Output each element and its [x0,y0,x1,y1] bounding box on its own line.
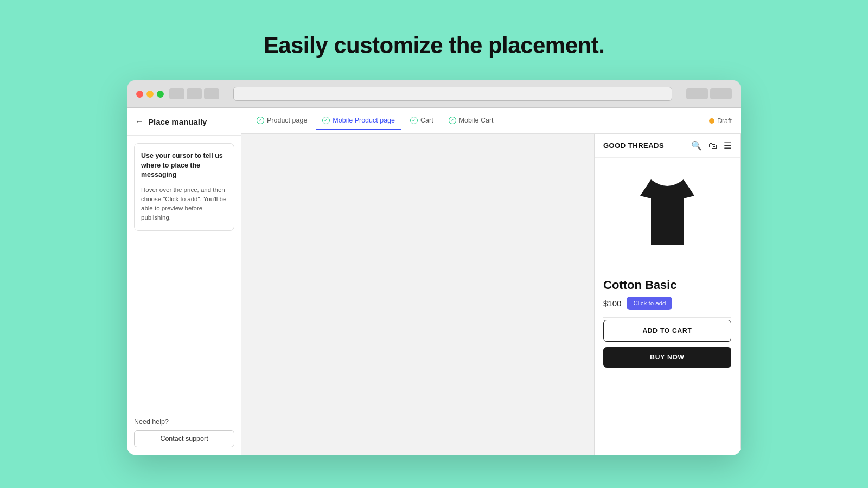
back-arrow-icon[interactable]: ← [135,117,144,126]
phone-mockup: GOOD THREADS 🔍 🛍 ☰ [594,134,741,455]
menu-icon[interactable]: ☰ [724,140,731,151]
instruction-body: Hover over the price, and then choose "C… [141,185,227,223]
preview-area: GOOD THREADS 🔍 🛍 ☰ [241,134,741,455]
phone-icons: 🔍 🛍 ☰ [691,140,731,151]
browser-action-1[interactable] [686,88,708,99]
tab-cart[interactable]: ✓ Cart [404,112,440,130]
draft-label: Draft [717,117,732,125]
traffic-light-red[interactable] [136,91,143,98]
tab-label-product-page: Product page [267,117,307,124]
app-body: ← Place manually Use your cursor to tell… [127,108,741,455]
browser-window: ← Place manually Use your cursor to tell… [127,80,741,455]
need-help-label: Need help? [134,418,234,426]
tabs-left: ✓ Product page ✓ Mobile Product page ✓ C… [250,112,500,129]
price-row: $100 Click to add [603,297,731,310]
product-image-area [595,158,740,272]
product-name: Cotton Basic [603,278,731,292]
left-preview-panel [241,134,594,455]
phone-header: GOOD THREADS 🔍 🛍 ☰ [595,134,740,158]
nav-refresh-btn[interactable] [204,88,219,99]
browser-actions [686,88,732,99]
click-to-add-tooltip[interactable]: Click to add [627,297,672,310]
browser-action-2[interactable] [710,88,732,99]
store-name: GOOD THREADS [603,142,664,150]
content-area: ✓ Product page ✓ Mobile Product page ✓ C… [241,108,741,455]
tab-label-mobile-cart: Mobile Cart [459,117,494,124]
sidebar-bottom: Need help? Contact support [127,410,241,455]
tabs-bar: ✓ Product page ✓ Mobile Product page ✓ C… [241,108,741,134]
add-to-cart-button[interactable]: ADD TO CART [603,320,731,342]
tab-check-mobile-product-page: ✓ [322,117,330,124]
draft-dot-icon [709,118,714,124]
tab-check-product-page: ✓ [257,117,264,124]
sidebar-title: Place manually [148,117,207,126]
draft-badge: Draft [709,117,732,125]
buy-now-button[interactable]: BUY NOW [603,347,731,368]
price-divider [603,317,731,318]
tab-label-cart: Cart [420,117,433,124]
tab-label-mobile-product-page: Mobile Product page [333,117,395,124]
tab-mobile-cart[interactable]: ✓ Mobile Cart [442,112,500,130]
browser-chrome [127,80,741,108]
cart-icon[interactable]: 🛍 [709,141,717,151]
product-info: Cotton Basic $100 Click to add [595,272,740,317]
tab-check-mobile-cart: ✓ [449,117,456,124]
traffic-lights [136,91,164,98]
product-price: $100 [603,299,621,308]
traffic-light-green[interactable] [157,91,164,98]
sidebar-header: ← Place manually [127,108,241,136]
nav-back-btn[interactable] [169,88,184,99]
traffic-light-yellow[interactable] [146,91,154,98]
tab-mobile-product-page[interactable]: ✓ Mobile Product page [316,112,401,130]
product-image [635,174,700,255]
page-heading: Easily customize the placement. [264,33,605,59]
instruction-box: Use your cursor to tell us where to plac… [134,143,234,231]
contact-support-button[interactable]: Contact support [134,430,234,447]
sidebar: ← Place manually Use your cursor to tell… [127,108,241,455]
url-bar[interactable] [233,87,672,101]
nav-forward-btn[interactable] [187,88,202,99]
search-icon[interactable]: 🔍 [691,140,702,151]
tab-product-page[interactable]: ✓ Product page [250,112,314,130]
tab-check-cart: ✓ [410,117,418,124]
instruction-heading: Use your cursor to tell us where to plac… [141,151,227,180]
nav-buttons [169,88,219,99]
